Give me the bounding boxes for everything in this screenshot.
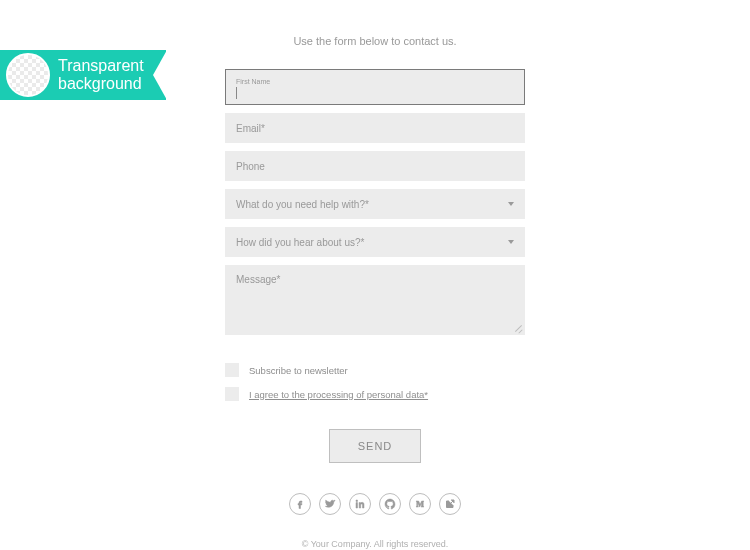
twitter-icon [324, 498, 336, 510]
phone-field[interactable]: Phone [225, 151, 525, 181]
chevron-down-icon [508, 202, 514, 206]
github-link[interactable] [379, 493, 401, 515]
message-field[interactable]: Message* [225, 265, 525, 335]
privacy-checkbox[interactable] [225, 387, 239, 401]
hear-about-select[interactable]: How did you hear about us?* [225, 227, 525, 257]
hear-about-placeholder: How did you hear about us?* [236, 237, 364, 248]
phone-placeholder: Phone [236, 161, 265, 172]
share-link[interactable] [439, 493, 461, 515]
transparency-checker-icon [6, 53, 50, 97]
badge-text: Transparent background [58, 57, 144, 92]
external-link-icon [444, 498, 456, 510]
newsletter-label: Subscribe to newsletter [249, 365, 348, 376]
facebook-link[interactable] [289, 493, 311, 515]
intro-text: Use the form below to contact us. [225, 35, 525, 47]
badge-line1: Transparent [58, 57, 144, 75]
social-links [225, 493, 525, 515]
privacy-label[interactable]: I agree to the processing of personal da… [249, 389, 428, 400]
newsletter-row[interactable]: Subscribe to newsletter [225, 363, 525, 377]
message-placeholder: Message* [236, 274, 280, 285]
medium-icon [414, 498, 426, 510]
linkedin-link[interactable] [349, 493, 371, 515]
contact-page: Use the form below to contact us. First … [225, 0, 525, 549]
badge-line2: background [58, 75, 144, 93]
first-name-field[interactable]: First Name [225, 69, 525, 105]
newsletter-checkbox[interactable] [225, 363, 239, 377]
send-button[interactable]: SEND [329, 429, 422, 463]
facebook-icon [294, 498, 306, 510]
text-caret-icon [236, 87, 237, 99]
first-name-label: First Name [236, 78, 270, 85]
chevron-down-icon [508, 240, 514, 244]
checkbox-group: Subscribe to newsletter I agree to the p… [225, 363, 525, 401]
medium-link[interactable] [409, 493, 431, 515]
transparent-badge: Transparent background [0, 50, 166, 100]
github-icon [384, 498, 396, 510]
resize-handle-icon[interactable] [514, 324, 522, 332]
privacy-row[interactable]: I agree to the processing of personal da… [225, 387, 525, 401]
twitter-link[interactable] [319, 493, 341, 515]
email-field[interactable]: Email* [225, 113, 525, 143]
contact-form: First Name Email* Phone What do you need… [225, 69, 525, 335]
linkedin-icon [354, 498, 366, 510]
help-select[interactable]: What do you need help with?* [225, 189, 525, 219]
help-placeholder: What do you need help with?* [236, 199, 369, 210]
email-placeholder: Email* [236, 123, 265, 134]
copyright: © Your Company. All rights reserved. [225, 539, 525, 549]
form-actions: SEND [225, 429, 525, 463]
